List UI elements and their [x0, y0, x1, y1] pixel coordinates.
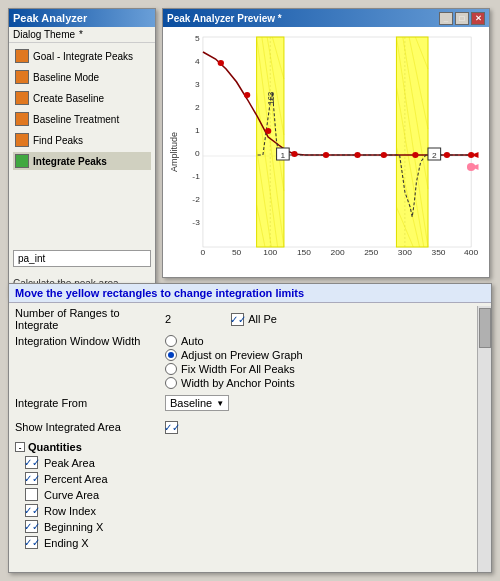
svg-text:1: 1	[281, 151, 286, 160]
scrollbar[interactable]	[477, 306, 491, 573]
radio-anchor-label: Width by Anchor Points	[181, 377, 295, 389]
svg-text:2: 2	[432, 151, 437, 160]
nav-label-baseline-treatment: Baseline Treatment	[33, 114, 119, 125]
svg-point-45	[381, 152, 387, 158]
window-width-row: Integration Window Width Auto Adjust on …	[15, 335, 485, 389]
svg-point-46	[412, 152, 418, 158]
nav-label-baseline-mode: Baseline Mode	[33, 72, 99, 83]
pa-label-value: pa_int	[18, 253, 45, 264]
svg-point-44	[354, 152, 360, 158]
svg-text:0: 0	[201, 248, 206, 257]
qty-curve-area-checkbox[interactable]	[25, 488, 38, 501]
svg-text:350: 350	[432, 248, 446, 257]
svg-text:300: 300	[398, 248, 412, 257]
svg-point-39	[218, 60, 224, 66]
svg-point-41	[265, 128, 271, 134]
nav-list: Goal - Integrate Peaks Baseline Mode Cre…	[9, 43, 155, 174]
menu-bar: Dialog Theme *	[9, 27, 155, 43]
qty-peak-area-row: ✓ Peak Area	[25, 456, 485, 469]
info-bar: Move the yellow rectangles to change int…	[9, 284, 491, 303]
qty-beginning-x-checkbox[interactable]: ✓	[25, 520, 38, 533]
chart-svg: Amplitude 5 4 3 2 1 0 -1 -2 -3 0 50 100 …	[163, 27, 489, 277]
form-section: Number of Ranges to Integrate 2 ✓ All Pe…	[9, 303, 491, 569]
svg-text:4: 4	[195, 57, 200, 66]
radio-fix-row: Fix Width For All Peaks	[165, 363, 303, 375]
svg-point-40	[244, 92, 250, 98]
radio-fix[interactable]	[165, 363, 177, 375]
qty-row-index-checkbox[interactable]: ✓	[25, 504, 38, 517]
bottom-panel: Move the yellow rectangles to change int…	[8, 283, 492, 573]
nav-integrate-peaks[interactable]: Integrate Peaks	[13, 152, 151, 170]
svg-text:2: 2	[195, 103, 200, 112]
num-ranges-value: 2	[165, 313, 171, 325]
nav-label-integrate-peaks: Integrate Peaks	[33, 156, 107, 167]
maximize-button[interactable]: □	[455, 12, 469, 25]
svg-point-42	[291, 151, 297, 157]
integrate-from-row: Integrate From Baseline ▼	[15, 393, 485, 413]
all-peaks-checkbox[interactable]: ✓	[231, 313, 244, 326]
svg-text:-1: -1	[192, 172, 200, 181]
radio-adjust-label: Adjust on Preview Graph	[181, 349, 303, 361]
qty-beginning-x-row: ✓ Beginning X	[25, 520, 485, 533]
menu-star[interactable]: *	[79, 29, 83, 40]
svg-text:250: 250	[364, 248, 378, 257]
radio-anchor-row: Width by Anchor Points	[165, 377, 303, 389]
show-integrated-area-checkbox[interactable]: ✓	[165, 421, 178, 434]
svg-text:5: 5	[195, 34, 200, 43]
svg-point-47	[444, 152, 450, 158]
nav-create-baseline[interactable]: Create Baseline	[13, 89, 151, 107]
svg-text:0: 0	[195, 149, 200, 158]
nav-find-peaks[interactable]: Find Peaks	[13, 131, 151, 149]
svg-text:150: 150	[297, 248, 311, 257]
quantities-header: - Quantities	[15, 441, 485, 453]
radio-auto[interactable]	[165, 335, 177, 347]
quantities-label: Quantities	[28, 441, 82, 453]
preview-window: Peak Analyzer Preview * _ □ ✕ Amplitude …	[162, 8, 490, 278]
svg-text:163: 163	[267, 91, 276, 105]
num-ranges-label: Number of Ranges to Integrate	[15, 307, 165, 331]
nav-baseline-mode[interactable]: Baseline Mode	[13, 68, 151, 86]
pa-label-area: pa_int	[13, 250, 151, 267]
nav-baseline-treatment[interactable]: Baseline Treatment	[13, 110, 151, 128]
chart-area: Amplitude 5 4 3 2 1 0 -1 -2 -3 0 50 100 …	[163, 27, 489, 277]
nav-icon-integrate-peaks	[15, 154, 29, 168]
nav-icon-find-peaks	[15, 133, 29, 147]
peak-analyzer-title: Peak Analyzer	[13, 12, 87, 24]
window-width-label: Integration Window Width	[15, 335, 165, 347]
window-buttons: _ □ ✕	[439, 12, 485, 25]
qty-row-index-row: ✓ Row Index	[25, 504, 485, 517]
nav-icon-create-baseline	[15, 91, 29, 105]
svg-text:50: 50	[232, 248, 242, 257]
radio-adjust[interactable]	[165, 349, 177, 361]
qty-peak-area-checkbox[interactable]: ✓	[25, 456, 38, 469]
integrate-from-label: Integrate From	[15, 397, 165, 409]
show-integrated-area-row: Show Integrated Area ✓	[15, 417, 485, 437]
qty-ending-x-checkbox[interactable]: ✓	[25, 536, 38, 549]
radio-auto-row: Auto	[165, 335, 303, 347]
qty-beginning-x-label: Beginning X	[44, 521, 103, 533]
nav-label-create-baseline: Create Baseline	[33, 93, 104, 104]
radio-auto-label: Auto	[181, 335, 204, 347]
collapse-quantities-button[interactable]: -	[15, 442, 25, 452]
svg-text:400: 400	[464, 248, 478, 257]
quantities-section: ✓ Peak Area ✓ Percent Area Curve Area ✓ …	[15, 456, 485, 549]
nav-label-goal: Goal - Integrate Peaks	[33, 51, 133, 62]
svg-text:-3: -3	[192, 218, 200, 227]
radio-anchor[interactable]	[165, 377, 177, 389]
dialog-theme-menu[interactable]: Dialog Theme	[13, 29, 75, 40]
integrate-from-select[interactable]: Baseline ▼	[165, 395, 229, 411]
nav-goal[interactable]: Goal - Integrate Peaks	[13, 47, 151, 65]
radio-adjust-row: Adjust on Preview Graph	[165, 349, 303, 361]
close-button[interactable]: ✕	[471, 12, 485, 25]
qty-curve-area-row: Curve Area	[25, 488, 485, 501]
svg-text:-2: -2	[192, 195, 200, 204]
integrate-from-value: Baseline	[170, 397, 212, 409]
num-ranges-row: Number of Ranges to Integrate 2 ✓ All Pe	[15, 307, 485, 331]
svg-rect-1	[203, 37, 471, 247]
qty-percent-area-checkbox[interactable]: ✓	[25, 472, 38, 485]
qty-percent-area-label: Percent Area	[44, 473, 108, 485]
minimize-button[interactable]: _	[439, 12, 453, 25]
nav-icon-baseline-treatment	[15, 112, 29, 126]
qty-curve-area-label: Curve Area	[44, 489, 99, 501]
info-text: Move the yellow rectangles to change int…	[15, 287, 304, 299]
